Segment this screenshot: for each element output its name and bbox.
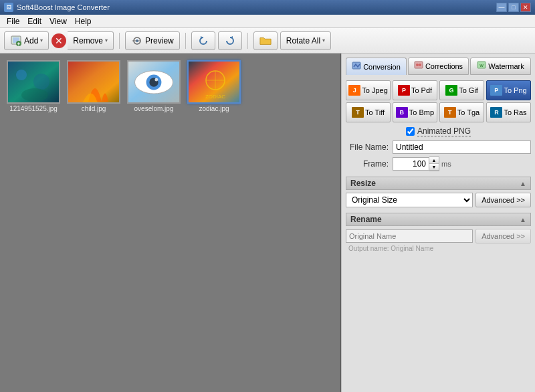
ms-unit: ms [441, 160, 451, 168]
folder-icon-btn[interactable] [253, 31, 278, 50]
conversion-icon [352, 62, 361, 72]
animated-checkbox[interactable] [406, 127, 415, 136]
format-pdf-label: To Pdf [411, 86, 432, 94]
animated-row: Animated PNG [346, 126, 531, 136]
bmp-icon: B [396, 107, 408, 118]
add-label: Add [24, 36, 38, 45]
format-jpeg[interactable]: J To Jpeg [346, 80, 391, 100]
filename-input[interactable] [393, 140, 531, 154]
tab-corrections-label: Corrections [425, 62, 463, 70]
svg-text:ZODIAC: ZODIAC [205, 94, 225, 100]
rename-advanced-btn[interactable]: Advanced >> [475, 229, 531, 243]
thumb-label-0: 1214951525.jpg [9, 105, 58, 112]
folder-icon [259, 35, 272, 47]
rename-collapse-btn[interactable]: ▲ [520, 216, 526, 223]
format-ras-label: To Ras [504, 108, 526, 116]
rotate-right-button[interactable] [218, 31, 242, 50]
preview-button[interactable]: Preview [125, 31, 180, 50]
image-thumb-1[interactable]: child.jpg [67, 60, 120, 112]
frame-down-btn[interactable]: ▼ [429, 164, 439, 171]
animated-label: Animated PNG [417, 126, 471, 136]
frame-label: Frame: [346, 159, 393, 169]
remove-button[interactable]: Remove ▾ [68, 31, 114, 50]
filename-row: File Name: [346, 140, 531, 154]
rotate-all-button[interactable]: Rotate All ▾ [280, 31, 331, 50]
image-thumb-2[interactable]: oveselom.jpg [127, 60, 181, 112]
app-icon: 🖼 [4, 3, 13, 12]
rename-input[interactable] [346, 229, 473, 243]
rotate-left-icon [197, 35, 209, 47]
rotate-right-icon [224, 35, 236, 47]
corrections-icon [414, 61, 423, 72]
thumb-img-0 [8, 62, 59, 102]
preview-icon [131, 35, 143, 47]
format-png-label: To Png [504, 86, 526, 94]
thumb-label-3: zodiac.jpg [199, 105, 229, 112]
resize-header: Resize ▲ [346, 177, 531, 190]
tab-corrections[interactable]: Corrections [408, 58, 469, 75]
tab-row: Conversion Corrections W Watermark [346, 58, 531, 75]
menu-edit[interactable]: Edit [23, 16, 45, 27]
svg-text:W: W [479, 64, 484, 68]
format-pdf[interactable]: P To Pdf [393, 80, 437, 100]
svg-text:+: + [17, 41, 20, 47]
resize-collapse-btn[interactable]: ▲ [520, 180, 526, 187]
frame-input[interactable] [393, 157, 429, 171]
filename-label: File Name: [346, 142, 393, 152]
png-icon: P [490, 85, 502, 96]
svg-point-10 [16, 70, 27, 80]
rotate-all-label: Rotate All [286, 36, 320, 45]
maximize-button[interactable]: □ [508, 3, 519, 12]
format-ras[interactable]: R To Ras [486, 102, 531, 122]
thumb-frame-0 [7, 60, 60, 104]
thumb-img-1 [68, 62, 119, 102]
remove-dropdown-arrow: ▾ [105, 37, 108, 43]
image-grid: 1214951525.jpg child.jpg [0, 54, 340, 392]
frame-spinners: ▲ ▼ [429, 157, 439, 171]
frame-up-btn[interactable]: ▲ [429, 157, 439, 164]
frame-row: Frame: ▲ ▼ ms [346, 157, 531, 171]
resize-advanced-btn[interactable]: Advanced >> [475, 193, 531, 207]
remove-icon-btn[interactable]: ✕ [51, 33, 66, 48]
minimize-button[interactable]: — [496, 3, 507, 12]
resize-select[interactable]: Original Size Custom Size Percentage [346, 193, 473, 207]
right-panel: Conversion Corrections W Watermark J To … [341, 54, 535, 392]
menu-bar: File Edit View Help [0, 15, 535, 28]
format-bmp-label: To Bmp [409, 108, 434, 116]
menu-file[interactable]: File [3, 16, 23, 27]
tab-conversion-label: Conversion [363, 63, 401, 71]
remove-label: Remove [73, 36, 103, 45]
add-dropdown-arrow: ▾ [40, 37, 43, 43]
menu-view[interactable]: View [45, 16, 71, 27]
format-gif[interactable]: G To Gif [439, 80, 484, 100]
separator-2 [185, 33, 186, 49]
image-thumb-3[interactable]: ZODIAC zodiac.jpg [187, 60, 241, 112]
pdf-icon: P [398, 85, 410, 96]
format-tga-label: To Tga [457, 108, 479, 116]
rotate-left-button[interactable] [191, 31, 215, 50]
tga-icon: T [444, 107, 456, 118]
close-button[interactable]: ✕ [520, 3, 531, 12]
thumb-frame-2 [127, 60, 181, 104]
resize-row: Original Size Custom Size Percentage Adv… [346, 193, 531, 207]
tab-conversion[interactable]: Conversion [346, 58, 407, 75]
add-button[interactable]: + Add ▾ [4, 31, 49, 50]
tab-watermark[interactable]: W Watermark [470, 58, 531, 75]
main-container: 1214951525.jpg child.jpg [0, 54, 535, 392]
menu-help[interactable]: Help [71, 16, 96, 27]
format-bmp[interactable]: B To Bmp [393, 102, 437, 122]
separator-1 [119, 33, 120, 49]
format-grid: J To Jpeg P To Pdf G To Gif P To Png T T… [346, 80, 531, 122]
format-tiff[interactable]: T To Tiff [346, 102, 391, 122]
format-gif-label: To Gif [459, 86, 478, 94]
watermark-icon: W [477, 61, 486, 72]
thumb-frame-3: ZODIAC [187, 60, 241, 104]
thumb-label-1: child.jpg [82, 105, 106, 112]
image-thumb-0[interactable]: 1214951525.jpg [7, 60, 60, 112]
format-tga[interactable]: T To Tga [439, 102, 484, 122]
rename-label: Rename [350, 215, 382, 224]
gif-icon: G [445, 85, 457, 96]
format-png[interactable]: P To Png [486, 80, 531, 100]
title-bar: 🖼 Soft4Boost Image Converter — □ ✕ [0, 0, 535, 15]
rename-row: Advanced >> [346, 229, 531, 243]
